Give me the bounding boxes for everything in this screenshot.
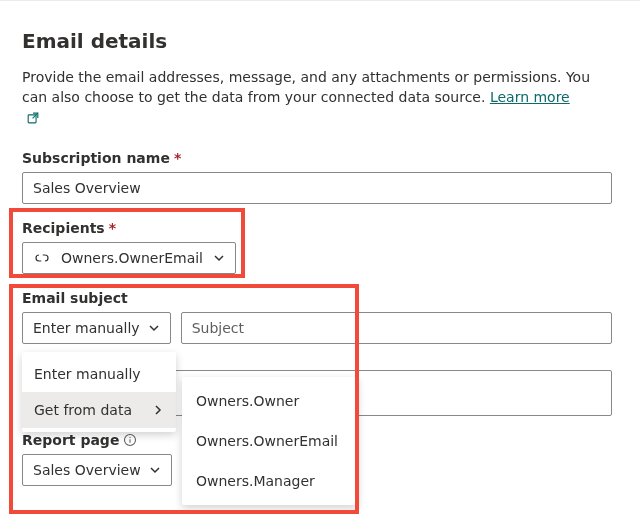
subscription-name-input[interactable] — [22, 172, 612, 204]
menu-item-enter-manually-text: Enter manually — [34, 366, 141, 382]
menu-item-get-from-data[interactable]: Get from data — [22, 392, 176, 428]
external-link-icon — [26, 110, 40, 130]
learn-more-link[interactable]: Learn more — [490, 89, 570, 105]
recipients-label-text: Recipients — [22, 220, 105, 236]
info-icon[interactable] — [123, 433, 137, 447]
page-title: Email details — [22, 29, 618, 53]
recipients-chip[interactable]: Owners.OwnerEmail — [22, 242, 236, 274]
subscription-name-label: Subscription name * — [22, 150, 618, 166]
required-asterisk: * — [109, 220, 116, 236]
email-subject-input[interactable] — [181, 312, 612, 344]
submenu-item-owners-manager[interactable]: Owners.Manager — [182, 461, 358, 501]
link-icon — [33, 251, 51, 265]
email-subject-label-text: Email subject — [22, 290, 128, 306]
chevron-down-icon — [148, 322, 160, 334]
data-source-submenu: Owners.Owner Owners.OwnerEmail Owners.Ma… — [182, 377, 358, 505]
menu-item-get-from-data-text: Get from data — [34, 402, 132, 418]
recipients-label: Recipients * — [22, 220, 618, 236]
recipients-chip-text: Owners.OwnerEmail — [61, 250, 203, 266]
recipients-field: Recipients * Owners.OwnerEmail — [22, 220, 618, 274]
subscription-name-label-text: Subscription name — [22, 150, 170, 166]
chevron-down-icon — [149, 464, 161, 476]
submenu-item-owners-owner[interactable]: Owners.Owner — [182, 381, 358, 421]
svg-point-3 — [130, 437, 131, 438]
required-asterisk: * — [174, 150, 181, 166]
report-page-label-text: Report page — [22, 432, 119, 448]
report-page-dropdown[interactable]: Sales Overview — [22, 454, 172, 486]
email-subject-field: Email subject Enter manually — [22, 290, 618, 344]
report-page-value: Sales Overview — [33, 462, 141, 478]
chevron-down-icon — [213, 252, 225, 264]
submenu-item-1-text: Owners.OwnerEmail — [196, 433, 338, 449]
submenu-item-2-text: Owners.Manager — [196, 473, 315, 489]
subject-mode-menu: Enter manually Get from data — [22, 352, 176, 432]
description: Provide the email addresses, message, an… — [22, 67, 592, 130]
submenu-item-owners-owneremail[interactable]: Owners.OwnerEmail — [182, 421, 358, 461]
subscription-name-field: Subscription name * — [22, 150, 618, 204]
email-subject-mode-text: Enter manually — [33, 320, 140, 336]
email-subject-mode-dropdown[interactable]: Enter manually — [22, 312, 171, 344]
email-subject-label: Email subject — [22, 290, 618, 306]
menu-item-enter-manually[interactable]: Enter manually — [22, 356, 176, 392]
chevron-right-icon — [152, 404, 164, 416]
submenu-item-0-text: Owners.Owner — [196, 393, 299, 409]
